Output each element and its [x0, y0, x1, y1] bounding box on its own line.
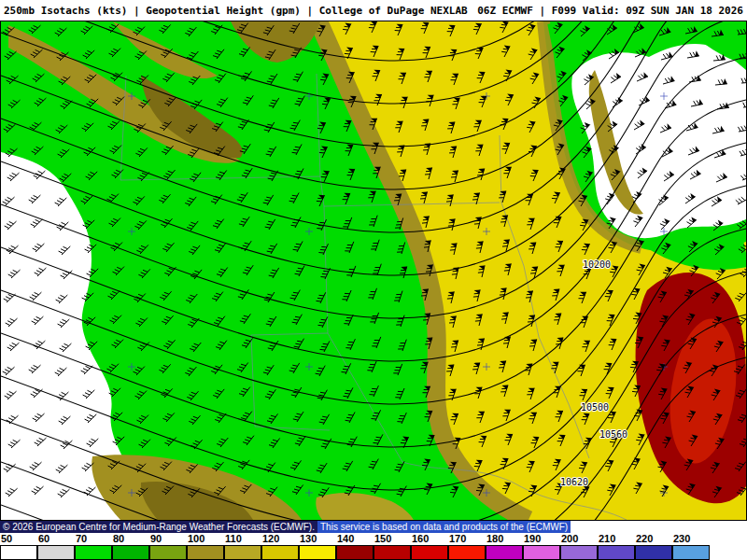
colorbar-cell: 210 — [598, 533, 635, 560]
colorbar-cell: 140 — [336, 533, 374, 560]
title-bar: 250mb Isotachs (kts) | Geopotential Heig… — [0, 0, 747, 21]
run-valid-time: 06Z ECMWF | F099 Valid: 09Z SUN JAN 18 2… — [477, 5, 743, 17]
colorbar-cell: 50 — [0, 533, 37, 560]
colorbar-cell: 120 — [261, 533, 299, 560]
colorbar-cell: 190 — [523, 533, 560, 560]
contour-label-10500: 10500 — [581, 402, 609, 413]
colorbar-cell: 170 — [448, 533, 486, 560]
colorbar-cell: 220 — [635, 533, 672, 560]
colorbar-cell: 180 — [486, 533, 523, 560]
colorbar-cell: 70 — [75, 533, 112, 560]
colorbar-cell: 90 — [149, 533, 187, 560]
isotach-fill-regions — [1, 21, 746, 520]
attribution-bar: © 2026 European Centre for Medium-Range … — [0, 521, 747, 533]
contour-label-10200: 10200 — [583, 259, 611, 270]
weather-map: 10200 10500 10560 10620 — [0, 21, 747, 521]
isotach-color-scale: 5060708090100110120130140150160170180190… — [0, 533, 747, 560]
colorbar-cell: 230 — [672, 533, 710, 560]
map-title: 250mb Isotachs (kts) | Geopotential Heig… — [4, 5, 468, 17]
contour-label-10620: 10620 — [560, 477, 588, 487]
colorbar-cell: 110 — [224, 533, 261, 560]
copyright-text: © 2026 European Centre for Medium-Range … — [0, 521, 317, 533]
colorbar-cell: 80 — [112, 533, 149, 560]
service-notice-text: This service is based on data and produc… — [317, 521, 571, 533]
colorbar-cell: 130 — [299, 533, 336, 560]
colorbar-cell: 150 — [374, 533, 411, 560]
contour-label-10560: 10560 — [599, 429, 627, 440]
colorbar-cell: 200 — [560, 533, 598, 560]
colorbar-cell: 60 — [37, 533, 75, 560]
colorbar-cell: 160 — [411, 533, 448, 560]
colorbar-cell: 100 — [187, 533, 224, 560]
isotach-map-canvas: 10200 10500 10560 10620 — [1, 21, 746, 520]
